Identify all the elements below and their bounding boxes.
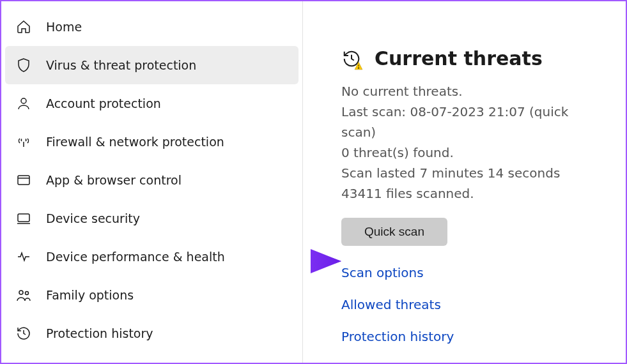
device-icon <box>15 210 32 227</box>
sidebar-item-account[interactable]: Account protection <box>1 84 302 123</box>
section-title: Current threats <box>375 47 543 70</box>
sidebar-item-app-browser[interactable]: App & browser control <box>1 161 302 199</box>
svg-rect-1 <box>18 176 29 185</box>
family-icon <box>15 287 32 303</box>
allowed-threats-link[interactable]: Allowed threats <box>341 297 600 312</box>
threats-history-icon <box>341 49 362 69</box>
sidebar-item-firewall[interactable]: Firewall & network protection <box>1 123 302 161</box>
sidebar-item-family[interactable]: Family options <box>1 276 302 314</box>
sidebar-item-device-security[interactable]: Device security <box>1 199 302 238</box>
sidebar-item-label: Family options <box>46 288 134 302</box>
scan-options-link[interactable]: Scan options <box>341 265 600 280</box>
history-icon <box>15 325 32 342</box>
files-scanned-text: 43411 files scanned. <box>341 183 600 204</box>
sidebar: Home Virus & threat protection Account p… <box>1 1 303 363</box>
health-icon <box>15 248 32 265</box>
sidebar-item-virus-threat[interactable]: Virus & threat protection <box>5 46 298 84</box>
no-threats-text: No current threats. <box>341 81 600 102</box>
sidebar-item-label: Home <box>46 20 82 34</box>
window-frame: Home Virus & threat protection Account p… <box>0 0 627 364</box>
sidebar-item-label: Protection history <box>46 326 153 340</box>
home-icon <box>15 19 32 35</box>
sidebar-item-history[interactable]: Protection history <box>1 314 302 353</box>
sidebar-item-label: App & browser control <box>46 173 182 187</box>
network-icon <box>15 133 32 150</box>
shield-icon <box>15 57 32 73</box>
scan-duration-text: Scan lasted 7 minutes 14 seconds <box>341 163 600 183</box>
account-icon <box>15 95 32 112</box>
sidebar-item-label: Firewall & network protection <box>46 135 224 149</box>
protection-history-link[interactable]: Protection history <box>341 329 600 344</box>
svg-point-4 <box>26 292 29 295</box>
app-browser-icon <box>15 172 32 188</box>
svg-rect-2 <box>18 214 29 222</box>
sidebar-item-home[interactable]: Home <box>1 8 302 46</box>
svg-point-0 <box>21 98 26 103</box>
last-scan-text: Last scan: 08-07-2023 21:07 (quick scan) <box>341 102 600 142</box>
current-threats-header: Current threats <box>341 47 600 70</box>
sidebar-item-label: Account protection <box>46 96 161 110</box>
main-content: Current threats No current threats. Last… <box>303 1 626 363</box>
sidebar-item-label: Device security <box>46 211 140 225</box>
svg-point-3 <box>19 291 23 294</box>
sidebar-item-label: Device performance & health <box>46 250 225 264</box>
sidebar-item-label: Virus & threat protection <box>46 58 196 72</box>
sidebar-item-performance[interactable]: Device performance & health <box>1 238 302 276</box>
quick-scan-button[interactable]: Quick scan <box>341 218 447 246</box>
threats-found-text: 0 threat(s) found. <box>341 142 600 163</box>
svg-point-5 <box>358 67 359 68</box>
